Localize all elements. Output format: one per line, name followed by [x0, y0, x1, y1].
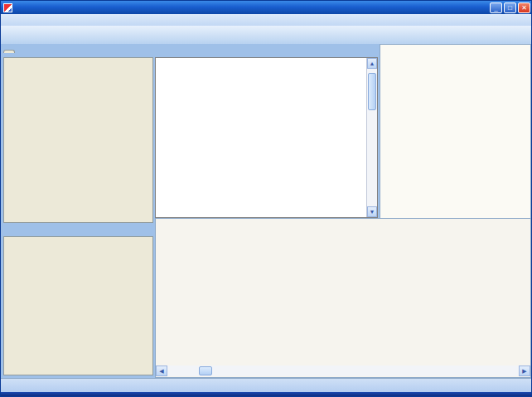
calibration-curve-panel: [380, 44, 531, 237]
flame-params-panel: [3, 236, 153, 375]
dynamic-chart-panel: ◀ ▶: [155, 218, 531, 378]
absorbance-dynamic-chart: [156, 233, 530, 367]
scroll-thumb[interactable]: [199, 366, 212, 375]
scroll-up-arrow[interactable]: ▲: [367, 58, 377, 69]
scroll-down-arrow[interactable]: ▼: [367, 206, 377, 217]
instrument-params-tabstrip: [3, 46, 15, 55]
results-table: ▲ ▼: [155, 57, 378, 218]
maximize-button[interactable]: □: [504, 2, 516, 13]
scroll-right-arrow[interactable]: ▶: [519, 366, 530, 376]
scroll-left-arrow[interactable]: ◀: [156, 366, 167, 376]
dynamic-chart-scrollbar[interactable]: ◀ ▶: [156, 366, 530, 376]
instrument-params-panel: [3, 57, 153, 223]
scroll-thumb[interactable]: [368, 73, 376, 110]
tab-instrument-params[interactable]: [3, 50, 15, 53]
title-bar: _ □ ✕: [1, 1, 532, 14]
results-table-scrollbar[interactable]: ▲ ▼: [366, 58, 377, 217]
minimize-button[interactable]: _: [490, 2, 502, 13]
menu-bar: [1, 14, 532, 26]
app-icon: [3, 3, 12, 12]
window-bottom-border: [1, 392, 532, 397]
status-bar: [1, 378, 532, 392]
toolbar: [1, 26, 532, 44]
app-window: _ □ ✕ ▲ ▼: [0, 0, 532, 397]
close-button[interactable]: ✕: [518, 2, 530, 13]
calibration-curve-chart: [380, 45, 530, 204]
